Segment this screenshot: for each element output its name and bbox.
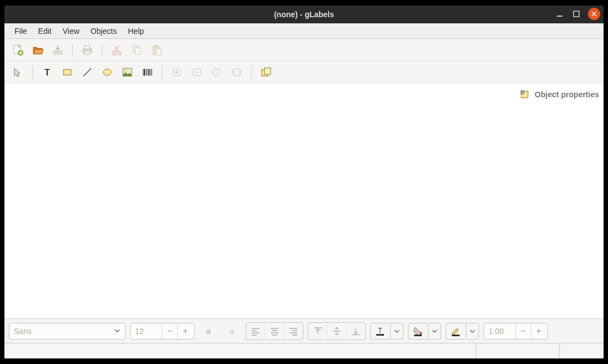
svg-rect-7 <box>84 46 90 49</box>
zoom-1to1-icon: 1 <box>211 67 222 78</box>
align-center-icon <box>270 326 280 336</box>
valign-middle-button[interactable] <box>327 323 346 340</box>
copy-button[interactable] <box>128 41 146 59</box>
text-tool-button[interactable]: T <box>38 63 56 81</box>
svg-rect-17 <box>63 69 71 75</box>
svg-text:a: a <box>230 326 234 336</box>
print-icon <box>81 44 93 56</box>
fill-color-button[interactable] <box>408 323 441 340</box>
svg-point-9 <box>112 52 116 55</box>
paste-button[interactable] <box>148 41 166 59</box>
menu-view[interactable]: View <box>57 24 85 38</box>
svg-rect-32 <box>233 69 241 76</box>
svg-point-37 <box>522 92 523 93</box>
toolbar-separator <box>251 66 252 79</box>
svg-rect-0 <box>557 16 562 17</box>
valign-group <box>308 322 366 340</box>
statusbar <box>4 343 604 358</box>
font-family-combo[interactable]: Sans <box>9 323 126 340</box>
line-tool-button[interactable] <box>78 63 96 81</box>
save-icon <box>52 44 64 56</box>
format-toolbar: Sans − + a a <box>4 318 604 343</box>
svg-rect-5 <box>55 52 61 53</box>
maximize-button[interactable] <box>571 9 581 19</box>
cut-icon <box>111 44 123 56</box>
box-tool-icon <box>62 67 73 78</box>
ellipse-tool-button[interactable] <box>98 63 116 81</box>
menu-help[interactable]: Help <box>122 24 149 38</box>
line-width-plus[interactable]: + <box>531 323 546 339</box>
line-width-value[interactable] <box>484 327 515 336</box>
valign-bottom-icon <box>351 326 361 336</box>
font-size-value[interactable] <box>131 327 162 336</box>
italic-icon: a <box>226 326 237 337</box>
select-mode-button[interactable] <box>9 63 27 81</box>
save-button[interactable] <box>49 41 67 59</box>
valign-middle-icon <box>332 326 342 336</box>
toolbar-separator <box>32 66 33 79</box>
barcode-tool-button[interactable] <box>138 63 156 81</box>
svg-point-18 <box>103 69 111 76</box>
align-right-button[interactable] <box>284 323 303 340</box>
open-button[interactable] <box>29 41 47 59</box>
svg-text:1: 1 <box>216 71 218 74</box>
svg-rect-58 <box>452 335 460 336</box>
menu-file[interactable]: File <box>9 24 33 38</box>
menu-edit[interactable]: Edit <box>33 24 57 38</box>
line-width-minus[interactable]: − <box>515 323 531 339</box>
align-left-button[interactable] <box>246 323 265 340</box>
titlebar: (none) - gLabels <box>4 6 604 23</box>
text-color-dropdown[interactable] <box>390 323 403 340</box>
line-width-spin[interactable]: − + <box>484 323 548 340</box>
merge-properties-icon <box>260 66 272 78</box>
italic-button[interactable]: a <box>222 323 241 340</box>
text-color-button[interactable]: T <box>370 323 403 340</box>
zoom-1to1-button[interactable]: 1 <box>208 63 226 81</box>
print-button[interactable] <box>78 41 96 59</box>
line-color-icon <box>450 326 461 337</box>
image-tool-icon <box>122 67 133 78</box>
svg-text:a: a <box>206 326 211 336</box>
svg-rect-14 <box>155 45 157 47</box>
line-tool-icon <box>82 67 93 78</box>
image-tool-button[interactable] <box>118 63 136 81</box>
status-cell-1 <box>476 343 559 358</box>
properties-icon <box>519 89 530 100</box>
font-size-minus[interactable]: − <box>162 323 177 339</box>
merge-properties-button[interactable] <box>257 63 275 81</box>
zoom-out-button[interactable] <box>188 63 206 81</box>
valign-top-button[interactable] <box>308 323 327 340</box>
zoom-in-icon <box>171 67 182 78</box>
new-button[interactable] <box>9 41 27 59</box>
cut-button[interactable] <box>108 41 126 59</box>
canvas-area[interactable]: Object properties <box>4 83 604 318</box>
bold-button[interactable]: a <box>199 323 218 340</box>
paste-icon <box>151 44 163 56</box>
font-size-plus[interactable]: + <box>177 323 193 339</box>
font-size-spin[interactable]: − + <box>130 323 195 340</box>
minimize-button[interactable] <box>555 9 565 19</box>
window-controls <box>555 8 600 20</box>
zoom-out-icon <box>191 67 202 78</box>
align-center-button[interactable] <box>265 323 284 340</box>
line-color-dropdown[interactable] <box>466 323 479 340</box>
toolbar-separator <box>72 43 73 57</box>
zoom-fit-button[interactable] <box>228 63 246 81</box>
close-button[interactable] <box>588 8 600 20</box>
zoom-in-button[interactable] <box>168 63 186 81</box>
menu-objects[interactable]: Objects <box>85 24 122 38</box>
app-window: (none) - gLabels File Edit View Objects … <box>4 6 604 358</box>
fill-color-dropdown[interactable] <box>428 323 441 340</box>
valign-bottom-button[interactable] <box>346 323 365 340</box>
valign-top-icon <box>313 326 323 336</box>
toolbar-separator <box>102 43 102 57</box>
copy-icon <box>131 44 143 56</box>
zoom-fit-icon <box>231 67 242 78</box>
box-tool-button[interactable] <box>58 63 76 81</box>
line-color-button[interactable] <box>446 323 479 340</box>
svg-rect-12 <box>135 48 141 54</box>
svg-rect-1 <box>574 11 579 17</box>
ellipse-tool-icon <box>102 67 113 78</box>
status-cell-2 <box>559 343 604 358</box>
object-properties-toggle[interactable]: Object properties <box>519 89 599 100</box>
